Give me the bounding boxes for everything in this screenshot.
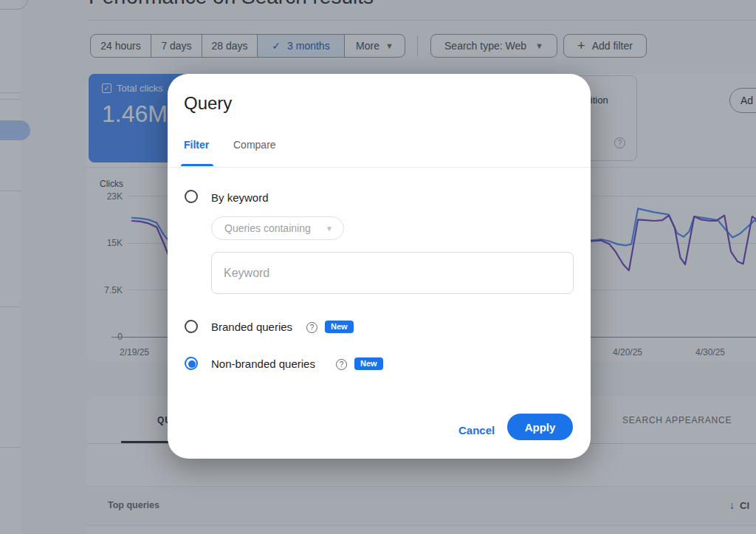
query-filter-dialog: Query Filter Compare By keyword Queries … <box>168 74 591 459</box>
chevron-down-icon: ▼ <box>326 225 333 233</box>
radio-by-keyword-label[interactable]: By keyword <box>211 191 269 204</box>
help-icon[interactable]: ? <box>336 359 347 370</box>
cancel-button[interactable]: Cancel <box>451 420 502 441</box>
radio-non-branded-queries[interactable] <box>185 357 198 370</box>
radio-dot <box>188 360 196 368</box>
tab-compare[interactable]: Compare <box>233 139 276 151</box>
dialog-title: Query <box>184 93 232 114</box>
search-console-app: Performance on Search results 24 hours 7… <box>0 0 756 534</box>
radio-branded-queries-label[interactable]: Branded queries <box>211 321 292 333</box>
queries-containing-select[interactable]: Queries containing ▼ <box>211 216 344 240</box>
radio-by-keyword[interactable] <box>185 190 198 203</box>
new-badge: New <box>325 321 354 333</box>
filter-tab-underline <box>181 164 213 166</box>
new-badge: New <box>354 357 383 370</box>
keyword-input[interactable] <box>211 252 574 294</box>
radio-non-branded-queries-label[interactable]: Non-branded queries <box>211 357 315 370</box>
tab-filter[interactable]: Filter <box>184 139 209 151</box>
apply-button[interactable]: Apply <box>507 414 573 440</box>
dialog-tabs-divider <box>168 167 591 168</box>
radio-branded-queries[interactable] <box>185 320 198 333</box>
help-icon[interactable]: ? <box>306 322 317 333</box>
